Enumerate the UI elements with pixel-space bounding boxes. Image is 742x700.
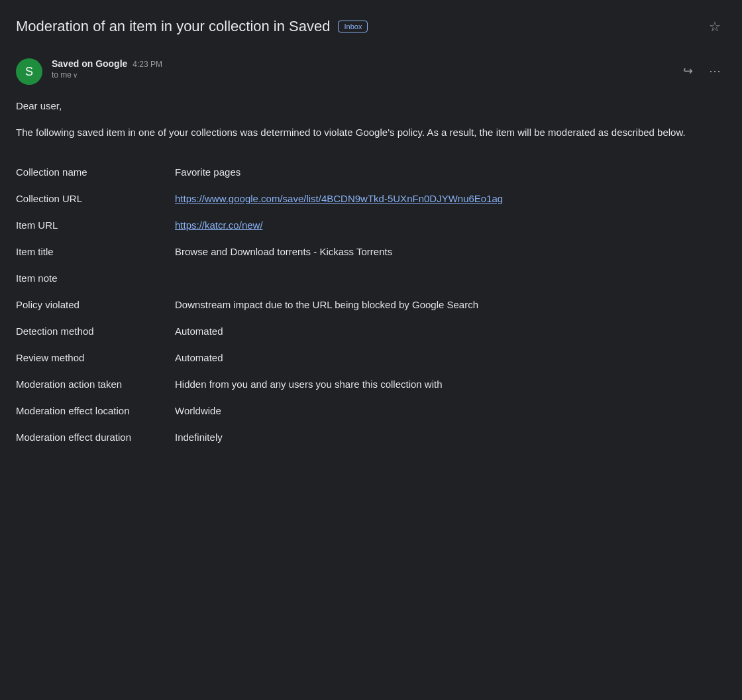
detail-value[interactable]: https://www.google.com/save/list/4BCDN9w… [175,186,726,212]
detail-label: Policy violated [16,292,175,318]
detail-value: Favorite pages [175,159,726,186]
detail-label: Moderation effect duration [16,424,175,451]
detail-label: Collection name [16,159,175,186]
sender-actions: ↩ ⋯ [678,58,726,84]
detail-value: Browse and Download torrents - Kickass T… [175,239,726,265]
sender-row: S Saved on Google 4:23 PM to me ∨ ↩ ⋯ [16,58,726,85]
sender-left: S Saved on Google 4:23 PM to me ∨ [16,58,162,85]
avatar: S [16,58,42,85]
detail-value: Automated [175,318,726,345]
more-options-button[interactable]: ⋯ [704,58,726,84]
recipient-label: to me [52,70,72,80]
sender-name: Saved on Google [52,58,127,69]
email-header: Moderation of an item in your collection… [16,13,726,42]
more-icon: ⋯ [709,64,721,78]
detail-label: Detection method [16,318,175,345]
star-icon: ☆ [709,19,721,34]
sender-name-row: Saved on Google 4:23 PM [52,58,162,69]
detail-link[interactable]: https://katcr.co/new/ [175,219,263,231]
detail-value: Worldwide [175,398,726,424]
detail-value: Hidden from you and any users you share … [175,371,726,398]
email-title: Moderation of an item in your collection… [16,17,330,36]
sender-time: 4:23 PM [132,60,162,69]
email-title-row: Moderation of an item in your collection… [16,17,704,36]
email-container: Moderation of an item in your collection… [0,0,742,464]
star-button[interactable]: ☆ [704,13,726,40]
detail-label: Moderation effect location [16,398,175,424]
detail-label: Item note [16,265,175,292]
detail-label: Moderation action taken [16,371,175,398]
detail-label: Review method [16,345,175,371]
sender-info: Saved on Google 4:23 PM to me ∨ [52,58,162,80]
reply-button[interactable]: ↩ [678,58,698,84]
reply-icon: ↩ [683,64,693,78]
detail-link[interactable]: https://www.google.com/save/list/4BCDN9w… [175,193,503,204]
detail-value[interactable]: https://katcr.co/new/ [175,212,726,239]
greeting-text: Dear user, [16,98,726,114]
detail-value: Automated [175,345,726,371]
detail-label: Item title [16,239,175,265]
detail-value: Indefinitely [175,424,726,451]
details-table: Collection nameFavorite pagesCollection … [16,159,726,451]
detail-label: Collection URL [16,186,175,212]
email-body: Dear user, The following saved item in o… [16,98,726,451]
detail-value [175,265,726,276]
inbox-badge: Inbox [338,21,368,32]
intro-text: The following saved item in one of your … [16,125,726,141]
detail-label: Item URL [16,212,175,239]
chevron-down-icon: ∨ [73,72,78,79]
detail-value: Downstream impact due to the URL being b… [175,292,726,318]
recipient-row[interactable]: to me ∨ [52,70,162,80]
